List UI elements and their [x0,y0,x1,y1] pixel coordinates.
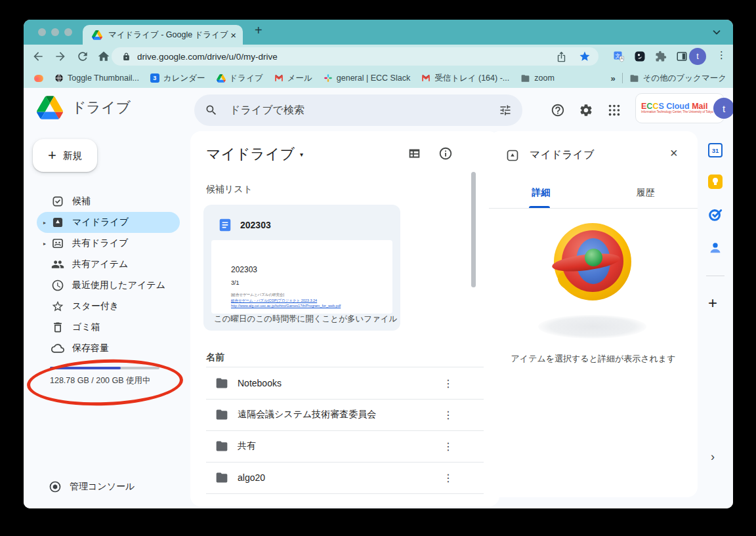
row-menu-icon[interactable]: ⋮ [443,472,453,484]
empty-state-text: アイテムを選択すると詳細が表示されます [489,353,698,365]
row-menu-icon[interactable]: ⋮ [443,440,453,453]
profile-avatar[interactable]: t [689,48,706,65]
tab-close-icon[interactable]: × [230,30,236,41]
close-icon[interactable]: × [670,146,678,161]
address-bar[interactable]: drive.google.com/drive/u/0/my-drive [112,47,598,66]
suggested-file-card[interactable]: 202303 202303 3/1 [組合せゲームとパズルの研究会] 組合せゲー… [203,205,400,331]
settings-gear-icon[interactable] [579,103,593,117]
row-menu-icon[interactable]: ⋮ [443,377,453,390]
apps-grid-icon[interactable] [607,103,621,117]
bookmark-item[interactable]: 受信トレイ (164) -... [421,73,509,84]
bookmark-item[interactable]: メール [274,73,312,84]
details-title: マイドライブ [530,148,594,162]
browser-menu-icon[interactable]: ⋮ [717,49,726,61]
annotation-red-ellipse [26,357,184,408]
forward-icon[interactable] [54,50,67,63]
tab-search-chevron-icon[interactable] [711,26,723,38]
folder-icon [520,74,530,83]
tab-details[interactable]: 詳細 [489,181,593,205]
browser-tab[interactable]: マイドライブ - Google ドライブ × [83,25,243,45]
my-drive-icon [51,216,64,229]
sidebar-item-shared-drives[interactable]: ▸ 共有ドライブ [37,233,180,254]
drive-logo-icon [37,96,63,119]
drive-icon [217,74,226,83]
tab-history[interactable]: 履歴 [593,181,698,205]
translate-extension-icon[interactable]: 文A [613,51,625,62]
tasks-app-icon[interactable] [708,207,723,222]
browser-window: マイドライブ - Google ドライブ × + drive.google.co… [24,20,733,508]
bookmark-item[interactable]: general | ECC Slack [324,73,410,83]
contacts-app-icon[interactable] [708,241,723,255]
tab-title: マイドライブ - Google ドライブ [108,30,230,41]
other-bookmarks-button[interactable]: その他のブックマーク [629,73,726,84]
row-menu-icon[interactable]: ⋮ [443,409,453,421]
share-icon[interactable] [556,51,567,62]
sidebar-item-trash[interactable]: ゴミ箱 [37,317,180,338]
bookmark-item[interactable]: ドライブ [217,73,263,84]
file-row[interactable]: 共有 ⋮ [190,430,499,462]
calendar-app-icon[interactable]: 31 [708,143,723,157]
window-control-dot[interactable] [51,28,59,36]
lock-icon [122,52,131,61]
window-control-dot[interactable] [64,28,72,36]
divider [489,208,698,209]
file-row[interactable]: algo20 ⋮ [190,462,499,493]
back-icon[interactable] [32,50,45,63]
my-drive-title-button[interactable]: マイドライブ ▾ [206,144,303,164]
sidebar-item-starred[interactable]: スター付き [37,296,180,317]
cloud-icon [51,342,64,355]
shared-drives-icon [51,237,64,250]
folder-icon [215,408,228,421]
scrollbar-thumb[interactable] [471,172,476,287]
search-bar[interactable] [194,94,522,126]
file-row[interactable]: 遠隔会議システム技術審査委員会 ⋮ [190,399,499,430]
calendar-icon: 3 [150,73,159,83]
help-icon[interactable] [551,103,565,117]
window-control-dot[interactable] [38,28,46,36]
expand-icon[interactable]: ▸ [39,220,50,226]
sidebar-item-suggested[interactable]: 候補 [37,191,180,212]
folder-icon [629,74,639,83]
docs-file-icon [218,218,232,232]
details-panel: マイドライブ × 詳細 履歴 アイテムを選択すると詳細が表示されます [489,131,698,497]
tab-strip: マイドライブ - Google ドライブ × + [24,20,733,45]
grid-view-icon[interactable] [407,146,421,161]
workspace-side-rail: 31 + › [698,88,733,508]
drive-app: ドライブ ECCS Cloud Mail Information Technol… [24,88,733,508]
admin-console-link[interactable]: 管理コンソール [49,480,135,493]
info-icon[interactable] [438,146,453,161]
drive-logo[interactable]: ドライブ [37,96,131,119]
file-row[interactable]: Notebooks ⋮ [190,367,499,399]
sidebar-item-my-drive[interactable]: ▸ マイドライブ [37,212,180,233]
search-input[interactable] [228,104,499,117]
sidebar-item-shared-with-me[interactable]: 共有アイテム [37,254,180,275]
new-button[interactable]: + 新規 [33,139,97,172]
search-options-icon[interactable] [499,104,512,117]
home-icon[interactable] [97,50,110,63]
trash-icon [51,321,64,334]
bookmark-item[interactable]: Toggle Thumbnail... [54,73,139,83]
bookmarks-overflow-icon[interactable]: » [610,73,615,83]
sidebar-item-storage[interactable]: 保存容量 [37,338,180,359]
dark-extension-icon[interactable] [634,51,646,62]
empty-state-illustration [489,216,698,341]
add-app-icon[interactable]: + [708,294,717,312]
list-header-name[interactable]: 名前 [206,352,224,363]
divider [622,73,623,83]
search-icon [205,104,218,117]
file-browser-panel: マイドライブ ▾ 候補リスト 202303 202303 3/1 [組合せゲーム… [190,131,499,506]
collapse-panel-chevron-icon[interactable]: › [711,450,715,464]
keep-app-icon[interactable] [708,175,723,189]
bookmark-item[interactable]: 3 カレンダー [150,73,205,84]
extensions-puzzle-icon[interactable] [655,51,667,62]
bookmark-star-icon[interactable] [579,51,591,62]
side-panel-icon[interactable] [676,51,688,62]
expand-icon[interactable]: ▸ [39,241,50,247]
sidebar-item-recent[interactable]: 最近使用したアイテム [37,275,180,296]
folder-icon [215,377,228,390]
browser-toolbar: drive.google.com/drive/u/0/my-drive 文A t… [24,45,733,68]
cloud-bookmark-icon[interactable] [34,75,43,82]
new-tab-icon[interactable]: + [255,23,262,38]
reload-icon[interactable] [76,50,89,63]
bookmark-item[interactable]: zoom [520,73,555,83]
